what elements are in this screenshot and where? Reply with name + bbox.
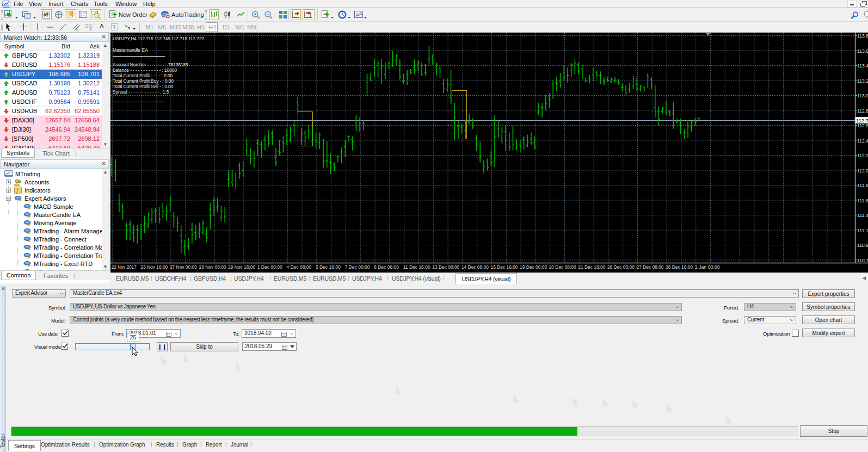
- svg-text:112.8: 112.8: [857, 108, 868, 114]
- svg-text:112.0: 112.0: [857, 168, 868, 174]
- svg-text:USDJPY,H4 112.715 112.745 112: USDJPY,H4 112.715 112.745 112.715 112.72…: [113, 36, 204, 41]
- svg-text:27 Nov 00:00: 27 Nov 00:00: [170, 264, 197, 270]
- svg-text:22 Nov 2017: 22 Nov 2017: [112, 264, 137, 270]
- svg-text:113.6: 113.6: [857, 48, 868, 54]
- svg-text:11 Dec 16:00: 11 Dec 16:00: [403, 264, 430, 270]
- svg-text:112.4: 112.4: [857, 138, 868, 144]
- svg-text:2 Jan 00:00: 2 Jan 00:00: [695, 264, 720, 270]
- svg-text:20 Dec 08:00: 20 Dec 08:00: [549, 264, 576, 270]
- svg-text:Mastercandle EA: Mastercandle EA: [113, 47, 148, 53]
- svg-text:110.7: 110.7: [857, 257, 868, 263]
- svg-text:15 Dec 16:00: 15 Dec 16:00: [491, 264, 518, 270]
- svg-text:29 Nov 16:00: 29 Nov 16:00: [228, 264, 255, 270]
- svg-text:111.4: 111.4: [857, 212, 868, 218]
- svg-text:111.8: 111.8: [857, 182, 868, 188]
- svg-text:1 Dec 00:00: 1 Dec 00:00: [257, 264, 282, 270]
- svg-text:T: T: [113, 24, 116, 30]
- svg-text:26 Dec 00:00: 26 Dec 00:00: [607, 264, 635, 270]
- svg-text:111.6: 111.6: [857, 197, 868, 203]
- svg-text:23 Nov 16:00: 23 Nov 16:00: [140, 264, 168, 270]
- svg-text:Total Current Profit - - - - :: Total Current Profit - - - - : 0.00: [113, 73, 173, 78]
- svg-text:8 Dec 08:00: 8 Dec 08:00: [374, 264, 399, 270]
- svg-text:113.8: 113.8: [857, 33, 868, 39]
- svg-text:112.7: 112.7: [856, 117, 868, 123]
- svg-text:28 Nov 08:00: 28 Nov 08:00: [199, 264, 226, 270]
- svg-text:112.2: 112.2: [857, 152, 868, 158]
- svg-text:7 Dec 00:00: 7 Dec 00:00: [345, 264, 370, 270]
- svg-text:110.9: 110.9: [857, 242, 868, 248]
- svg-text:113.2: 113.2: [857, 78, 868, 84]
- svg-text:4 Dec 08:00: 4 Dec 08:00: [286, 264, 311, 270]
- svg-text:5 Dec 16:00: 5 Dec 16:00: [316, 264, 341, 270]
- svg-text:Account Number - - - - - - - :: Account Number - - - - - - - : 78136189: [113, 62, 188, 67]
- svg-text:27 Dec 08:00: 27 Dec 08:00: [637, 264, 664, 270]
- svg-text:14 Dec 08:00: 14 Dec 08:00: [461, 264, 489, 270]
- svg-text:Spread - - - - - - - - - - - -: Spread - - - - - - - - - - - - : 1.5: [113, 89, 169, 95]
- svg-text:21 Dec 16:00: 21 Dec 16:00: [578, 264, 605, 270]
- svg-text:113.0: 113.0: [857, 92, 868, 98]
- svg-text:Balance - - - - - - - - - - -: Balance - - - - - - - - - - - - : 10000: [113, 67, 177, 73]
- svg-text:Total Current Profit Buy - : 0: Total Current Profit Buy - : 0.00: [113, 78, 174, 84]
- svg-text:Total Current Profit Sell - :: Total Current Profit Sell - : 0.00: [113, 84, 174, 89]
- svg-text:19 Dec 00:00: 19 Dec 00:00: [520, 264, 547, 270]
- svg-text:113.4: 113.4: [857, 63, 868, 69]
- svg-text:28 Dec 16:00: 28 Dec 16:00: [666, 264, 693, 270]
- svg-text:E: E: [76, 27, 79, 31]
- svg-text:111.1: 111.1: [857, 227, 868, 233]
- svg-text:13 Dec 00:00: 13 Dec 00:00: [432, 264, 459, 270]
- svg-text:F: F: [90, 27, 92, 31]
